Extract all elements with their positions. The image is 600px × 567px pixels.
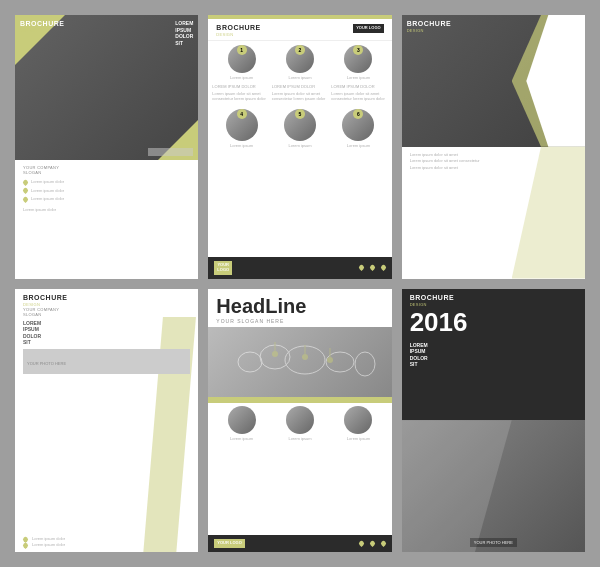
b2-subtitle: DESIGN <box>216 32 260 37</box>
b2-col-2: LOREM IPSUM DOLOR Lorem ipsum dolor sit … <box>272 84 328 103</box>
b4-header: BROCHURE DESIGN YOUR COMPANY SLOGAN <box>15 289 198 317</box>
b3-subtitle: DESIGN <box>407 28 451 33</box>
brochure-5: HeadLine YOUR SLOGAN HERE <box>208 289 391 553</box>
b4-title: BROCHURE <box>23 294 190 302</box>
b1-title: BROCHURE <box>20 20 64 28</box>
brochure-6: BROCHURE DESIGN 2016 LOREM IPSUM DOLOR S… <box>402 289 585 553</box>
b2-circle-2: 2 Lorem ipsum <box>286 45 314 82</box>
b2-logo: YOUR LOGO <box>353 24 383 33</box>
svg-point-6 <box>302 354 308 360</box>
b2-col-body-2: Lorem ipsum dolor sit amet consectetur l… <box>272 91 328 102</box>
b5-footer-logo: YOUR LOGO <box>214 539 244 548</box>
b5-footer: YOUR LOGO <box>208 535 391 552</box>
b3-header: BROCHURE DESIGN <box>407 20 451 33</box>
b2-big-label-3: Lorem ipsum <box>347 143 370 149</box>
b1-top: BROCHURE DESIGN LOREM IPSUM DOLOR SIT <box>15 15 198 160</box>
brochure-1: BROCHURE DESIGN LOREM IPSUM DOLOR SIT YO… <box>15 15 198 279</box>
b2-footer-logo: YOURLOGO <box>214 261 232 275</box>
b2-big-circle-img-2: 5 <box>284 109 316 141</box>
b1-photo-label-area <box>148 148 193 156</box>
b5-slogan: YOUR SLOGAN HERE <box>216 318 383 324</box>
b1-subtitle: DESIGN <box>20 28 64 33</box>
b1-info-text-1: Lorem ipsum dolor <box>31 179 64 185</box>
b4-pin-2 <box>22 542 29 549</box>
b5-map-svg <box>220 332 380 392</box>
b1-info-2: Lorem ipsum dolor <box>23 188 190 195</box>
b6-bottom-img: YOUR PHOTO HERE <box>402 420 585 552</box>
b1-info-text-3: Lorem ipsum dolor <box>31 196 64 202</box>
b5-circle-label-1: Lorem ipsum <box>230 436 253 442</box>
svg-point-5 <box>272 351 278 357</box>
b5-circle-label-3: Lorem ipsum <box>347 436 370 442</box>
b6-lorem4: SIT <box>410 361 577 368</box>
b2-title-area: BROCHURE DESIGN <box>216 24 260 37</box>
b2-big-num-4: 4 <box>237 109 247 119</box>
b3-bottom: Lorem ipsum dolor sit amet Lorem ipsum d… <box>402 147 585 279</box>
b5-footer-pin-1 <box>358 540 365 547</box>
b2-circle-img-3: 3 <box>344 45 372 73</box>
b5-footer-pin-2 <box>369 540 376 547</box>
b5-bottom-circles: Lorem ipsum Lorem ipsum Lorem ipsum <box>208 403 391 446</box>
brochure-2: BROCHURE DESIGN YOUR LOGO 1 Lorem ipsum … <box>208 15 391 279</box>
svg-point-0 <box>238 352 262 372</box>
b2-text-cols: LOREM IPSUM DOLOR Lorem ipsum dolor sit … <box>208 84 391 106</box>
b2-col-label-2: LOREM IPSUM DOLOR <box>272 84 328 90</box>
b2-circle-img-2: 2 <box>286 45 314 73</box>
b3-arrow-area <box>512 15 585 147</box>
b6-top: BROCHURE DESIGN 2016 LOREM IPSUM DOLOR S… <box>402 289 585 421</box>
b5-circle-1: Lorem ipsum <box>228 406 256 443</box>
b1-info-3: Lorem ipsum dolor <box>23 196 190 203</box>
b5-headline-area: HeadLine YOUR SLOGAN HERE <box>208 289 391 327</box>
b5-footer-icons <box>359 541 386 546</box>
b2-num-3: 3 <box>353 45 363 55</box>
b2-circle-img-1: 1 <box>228 45 256 73</box>
b5-headline: HeadLine <box>216 295 383 317</box>
b6-title: BROCHURE <box>410 294 577 302</box>
b5-circle-img-2 <box>286 406 314 434</box>
b2-big-circle-2: 5 Lorem ipsum <box>284 109 316 150</box>
b2-big-circle-3: 6 Lorem ipsum <box>342 109 374 150</box>
b2-big-circle-1: 4 Lorem ipsum <box>226 109 258 150</box>
b4-body: LOREM IPSUM DOLOR SIT YOUR PHOTO HERE <box>15 317 198 533</box>
b5-circle-3: Lorem ipsum <box>344 406 372 443</box>
b5-map-overlay <box>208 327 391 397</box>
b2-header: BROCHURE DESIGN YOUR LOGO <box>208 19 391 41</box>
b3-lorem-text-2: Lorem ipsum dolor sit amet consectetur <box>410 158 577 164</box>
b1-lorem4: SIT <box>175 40 193 47</box>
b6-photo-label-area: YOUR PHOTO HERE <box>402 530 585 548</box>
b2-footer-pin-1 <box>358 264 365 271</box>
b1-pin-icon-1 <box>22 179 29 186</box>
brochure-4: BROCHURE DESIGN YOUR COMPANY SLOGAN LORE… <box>15 289 198 553</box>
b6-year: 2016 <box>410 307 577 338</box>
b5-circle-img-3 <box>344 406 372 434</box>
b1-info: Lorem ipsum dolor Lorem ipsum dolor Lore… <box>23 179 190 203</box>
b1-lorem1: LOREM <box>175 20 193 27</box>
b2-col-body-1: Lorem ipsum dolor sit amet consectetur l… <box>212 91 268 102</box>
b4-photo-band: YOUR PHOTO HERE <box>23 349 190 374</box>
b3-lorem-text-3: Lorem ipsum dolor sit amet <box>410 165 577 171</box>
b2-big-num-6: 6 <box>353 109 363 119</box>
b1-pin-icon-3 <box>22 196 29 203</box>
b5-footer-pin-3 <box>380 540 387 547</box>
brochure-grid: BROCHURE DESIGN LOREM IPSUM DOLOR SIT YO… <box>0 0 600 567</box>
b2-num-2: 2 <box>295 45 305 55</box>
b2-footer-icons <box>359 265 386 270</box>
b4-footer-text-1: Lorem ipsum dolor <box>32 536 65 542</box>
b2-footer-pin-2 <box>369 264 376 271</box>
svg-point-4 <box>355 352 375 376</box>
b2-col-body-3: Lorem ipsum dolor sit amet consectetur l… <box>331 91 387 102</box>
b4-footer: Lorem ipsum dolor Lorem ipsum dolor <box>15 533 198 552</box>
b2-circles-bottom: 4 Lorem ipsum 5 Lorem ipsum 6 Lorem ipsu… <box>208 106 391 153</box>
b2-col-3: LOREM IPSUM DOLOR Lorem ipsum dolor sit … <box>331 84 387 103</box>
b5-world-map <box>208 327 391 397</box>
b4-lorem4: SIT <box>23 339 190 346</box>
b2-circle-1: 1 Lorem ipsum <box>228 45 256 82</box>
b2-col-label-3: LOREM IPSUM DOLOR <box>331 84 387 90</box>
b4-photo-label: YOUR PHOTO HERE <box>23 349 190 378</box>
b2-big-num-5: 5 <box>295 109 305 119</box>
b1-pin-icon-2 <box>22 187 29 194</box>
b1-info-text-2: Lorem ipsum dolor <box>31 188 64 194</box>
b2-circle-label-1: Lorem ipsum <box>230 75 253 81</box>
b5-circle-img-1 <box>228 406 256 434</box>
b3-title: BROCHURE <box>407 20 451 28</box>
